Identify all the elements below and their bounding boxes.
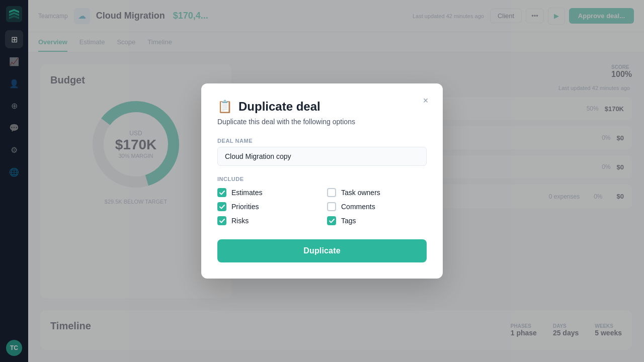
checkbox-risks[interactable]: Risks [217,216,317,225]
deal-name-label: DEAL NAME [217,138,427,144]
checkbox-priorities-label: Priorities [231,203,259,211]
modal-overlay: × 📋 Duplicate deal Duplicate this deal w… [0,0,644,362]
checkbox-estimates-box[interactable] [217,188,226,197]
checkbox-tags-label: Tags [341,217,356,225]
checkbox-task-owners-box[interactable] [327,188,336,197]
modal-close-button[interactable]: × [419,94,433,108]
duplicate-button[interactable]: Duplicate [217,239,427,262]
modal-subtitle: Duplicate this deal with the following o… [217,118,427,126]
checkbox-estimates[interactable]: Estimates [217,188,317,197]
checkbox-task-owners[interactable]: Task owners [327,188,427,197]
checkboxes-grid: Estimates Task owners Priorities Commen [217,188,427,225]
checkbox-tags[interactable]: Tags [327,216,427,225]
deal-name-input[interactable] [217,147,427,166]
modal-title: Duplicate deal [238,100,320,114]
modal-icon: 📋 [217,100,232,114]
checkbox-risks-label: Risks [231,217,249,225]
checkbox-task-owners-label: Task owners [341,189,380,197]
checkbox-priorities-box[interactable] [217,202,226,211]
include-label: INCLUDE [217,176,427,182]
modal-header: 📋 Duplicate deal [217,100,427,114]
checkbox-tags-box[interactable] [327,216,336,225]
checkbox-risks-box[interactable] [217,216,226,225]
checkbox-priorities[interactable]: Priorities [217,202,317,211]
checkbox-comments[interactable]: Comments [327,202,427,211]
checkbox-comments-label: Comments [341,203,375,211]
duplicate-deal-modal: × 📋 Duplicate deal Duplicate this deal w… [201,83,443,279]
checkbox-estimates-label: Estimates [231,189,262,197]
checkbox-comments-box[interactable] [327,202,336,211]
